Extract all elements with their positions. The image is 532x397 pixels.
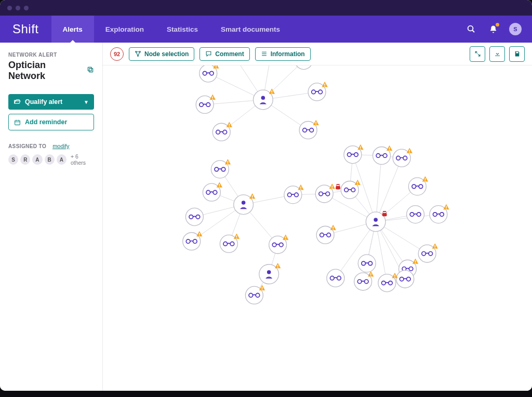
glasses-node[interactable] — [183, 231, 203, 250]
svg-point-107 — [242, 201, 246, 205]
svg-rect-78 — [394, 275, 395, 277]
glasses-node[interactable] — [308, 82, 328, 101]
person-node[interactable] — [234, 193, 255, 215]
svg-rect-91 — [236, 235, 237, 237]
modify-assignees-link[interactable]: modify — [52, 143, 69, 149]
user-avatar[interactable]: S — [509, 23, 522, 35]
warning-badge-icon — [298, 184, 303, 190]
top-nav: Shift AlertsExplorationStatisticsSmart d… — [0, 16, 532, 43]
comment-icon — [205, 50, 212, 57]
glasses-node[interactable] — [295, 65, 315, 70]
glasses-node[interactable] — [396, 270, 414, 288]
graph-canvas[interactable] — [103, 65, 532, 391]
person-node[interactable] — [366, 211, 387, 232]
glasses-node[interactable] — [211, 159, 231, 178]
assignee-avatar[interactable]: B — [45, 154, 55, 165]
svg-rect-103 — [262, 100, 264, 103]
search-icon[interactable] — [466, 23, 477, 35]
svg-rect-2 — [89, 69, 93, 72]
glasses-node[interactable] — [269, 234, 289, 254]
glasses-node[interactable] — [354, 271, 374, 290]
nav-tab-alerts[interactable]: Alerts — [51, 16, 94, 43]
assignee-avatar[interactable]: A — [32, 154, 42, 165]
glasses-node[interactable] — [430, 204, 449, 223]
svg-line-1 — [472, 30, 474, 32]
glasses-node[interactable] — [373, 145, 393, 165]
glasses-node[interactable] — [341, 180, 361, 199]
download-button[interactable] — [489, 46, 505, 62]
svg-rect-27 — [324, 84, 325, 86]
svg-rect-94 — [199, 233, 200, 235]
alert-count-badge[interactable]: 92 — [110, 47, 124, 61]
glasses-node[interactable] — [245, 285, 265, 304]
warning-badge-icon — [210, 95, 216, 100]
svg-rect-43 — [219, 187, 220, 188]
svg-rect-59 — [389, 150, 390, 151]
svg-rect-109 — [252, 195, 253, 197]
glasses-node[interactable] — [200, 65, 219, 82]
svg-rect-50 — [337, 185, 340, 186]
warning-badge-icon — [387, 145, 392, 151]
svg-rect-48 — [332, 186, 333, 188]
assignee-avatars: SRABA+ 6 others — [8, 153, 94, 166]
glasses-node[interactable] — [393, 148, 413, 167]
warning-badge-icon — [313, 120, 319, 125]
svg-rect-58 — [389, 147, 390, 149]
glasses-node[interactable] — [315, 183, 340, 203]
add-reminder-button[interactable]: Add reminder — [8, 114, 94, 130]
glasses-node[interactable] — [185, 208, 203, 226]
svg-rect-85 — [332, 227, 334, 229]
nav-tab-smart-documents[interactable]: Smart documents — [209, 16, 291, 43]
comment-button[interactable]: Comment — [200, 47, 249, 61]
fullscreen-button[interactable] — [470, 46, 485, 62]
chevron-down-icon: ▼ — [84, 99, 89, 105]
nav-tab-statistics[interactable]: Statistics — [155, 16, 209, 43]
qualify-alert-button[interactable]: Qualify alert ▼ — [8, 94, 94, 110]
nav-tab-exploration[interactable]: Exploration — [94, 16, 155, 43]
glasses-node[interactable] — [344, 144, 364, 164]
node-selection-icon — [135, 50, 141, 57]
svg-rect-86 — [332, 229, 334, 230]
glasses-node[interactable] — [408, 176, 428, 195]
warning-badge-icon — [330, 224, 336, 230]
glasses-node[interactable] — [284, 184, 304, 204]
save-button[interactable] — [509, 46, 525, 62]
glasses-node[interactable] — [316, 224, 336, 244]
glasses-node[interactable] — [378, 273, 398, 292]
warning-badge-icon — [432, 243, 438, 248]
glasses-node[interactable] — [418, 243, 438, 262]
warning-badge-icon — [443, 204, 449, 209]
warning-badge-icon — [355, 180, 361, 185]
svg-rect-61 — [409, 150, 410, 152]
svg-rect-68 — [446, 206, 447, 208]
page-title: Optician Network — [8, 60, 82, 82]
person-node[interactable] — [259, 263, 281, 284]
warning-badge-icon — [196, 231, 202, 236]
node-selection-button[interactable]: Node selection — [129, 47, 194, 61]
brand-logo: Shift — [0, 16, 51, 43]
glasses-node[interactable] — [327, 269, 344, 287]
warning-badge-icon — [329, 183, 335, 189]
information-button[interactable]: Information — [255, 47, 311, 61]
person-node[interactable] — [253, 88, 274, 110]
glasses-node[interactable] — [220, 233, 240, 253]
bell-icon[interactable] — [487, 23, 499, 35]
glasses-node[interactable] — [358, 255, 376, 272]
glasses-node[interactable] — [299, 120, 319, 139]
svg-rect-42 — [219, 184, 220, 186]
glasses-node[interactable] — [203, 182, 222, 201]
glasses-node[interactable] — [196, 95, 216, 114]
svg-rect-37 — [315, 124, 316, 125]
glasses-node[interactable] — [212, 122, 232, 141]
glasses-node[interactable] — [407, 206, 424, 223]
nav-tabs: AlertsExplorationStatisticsSmart documen… — [51, 16, 292, 43]
assignee-avatar[interactable]: A — [57, 154, 66, 165]
copy-icon[interactable] — [87, 66, 94, 75]
svg-point-0 — [468, 26, 473, 31]
assignee-avatar[interactable]: R — [20, 154, 30, 165]
svg-rect-24 — [216, 65, 217, 67]
svg-point-20 — [295, 65, 313, 70]
assignee-avatar[interactable]: S — [8, 154, 18, 165]
svg-point-100 — [327, 269, 344, 287]
svg-rect-110 — [252, 198, 253, 199]
